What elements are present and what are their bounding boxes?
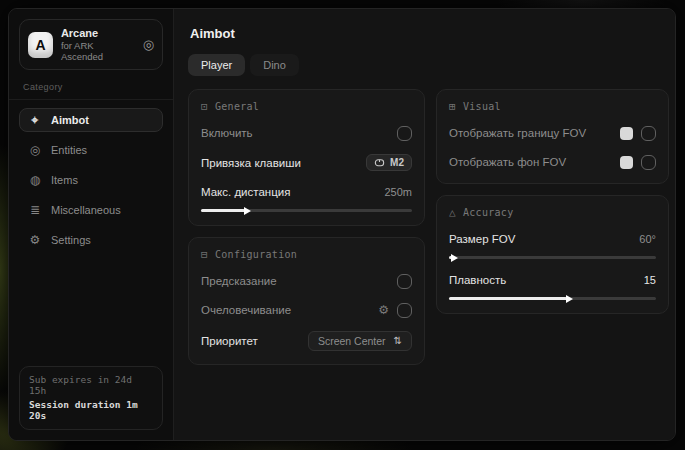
subscription-status-card: Sub expires in 24d 15h Session duration … xyxy=(19,366,163,430)
gear-icon: ⚙ xyxy=(28,234,42,246)
sidebar-item-items[interactable]: ◍ Items xyxy=(19,168,163,192)
keybind-button[interactable]: M2 xyxy=(366,154,412,171)
panel-configuration: ⊟ Configuration Предсказание Очеловечива… xyxy=(188,237,425,365)
select-arrows-icon: ⇅ xyxy=(394,336,402,346)
fov-border-checkbox[interactable] xyxy=(641,126,656,141)
sidebar-item-label: Miscellaneous xyxy=(51,204,121,216)
brand-card: A Arcane for ARK Ascended ◎ xyxy=(19,19,163,70)
row-prediction: Предсказание xyxy=(201,273,412,289)
left-column: ⊡ General Включить Привязка клавиши xyxy=(188,89,425,365)
page-title: Aimbot xyxy=(190,26,669,41)
panel-visual-header: ⊞ Visual xyxy=(449,101,656,112)
tab-dino[interactable]: Dino xyxy=(250,54,299,76)
right-column: ⊞ Visual Отображать границу FOV Отобража… xyxy=(436,89,669,314)
sidebar-divider xyxy=(9,99,173,100)
sidebar-nav: ⌖ Aimbot ◎ Entities ◍ Items ≣ Miscellane… xyxy=(19,108,163,252)
panel-general: ⊡ General Включить Привязка клавиши xyxy=(188,89,425,226)
max-distance-slider[interactable] xyxy=(201,209,412,212)
fov-background-label: Отображать фон FOV xyxy=(449,156,566,168)
brand-subtitle: for ARK Ascended xyxy=(61,40,135,62)
fov-border-color-swatch[interactable] xyxy=(620,127,633,140)
row-fov-size: Размер FOV 60° xyxy=(449,231,656,247)
priority-label: Приоритет xyxy=(201,335,258,347)
humanization-label: Очеловечивание xyxy=(201,304,291,316)
fov-background-controls xyxy=(620,155,656,170)
fov-background-checkbox[interactable] xyxy=(641,155,656,170)
fov-size-slider[interactable] xyxy=(449,256,656,259)
cube-icon: ◍ xyxy=(28,174,42,186)
panel-configuration-title: Configuration xyxy=(215,249,297,260)
panel-accuracy: △ Accuracy Размер FOV 60° Плавность xyxy=(436,195,669,314)
row-fov-background: Отображать фон FOV xyxy=(449,154,656,170)
smoothness-label: Плавность xyxy=(449,274,506,286)
fov-background-color-swatch[interactable] xyxy=(620,156,633,169)
keybind-value: M2 xyxy=(390,157,404,168)
sidebar: A Arcane for ARK Ascended ◎ Category ⌖ A… xyxy=(9,9,174,440)
sidebar-item-entities[interactable]: ◎ Entities xyxy=(19,138,163,162)
sub-expiry-text: Sub expires in 24d 15h xyxy=(29,374,153,396)
fov-size-slider-handle[interactable] xyxy=(451,254,458,262)
crosshair-icon: ⌖ xyxy=(28,114,42,126)
sidebar-spacer xyxy=(19,252,163,366)
max-distance-label: Макс. дистанция xyxy=(201,186,290,198)
sidebar-item-label: Entities xyxy=(51,144,87,156)
fov-size-value: 60° xyxy=(639,233,656,245)
panel-general-header: ⊡ General xyxy=(201,101,412,112)
panel-visual-title: Visual xyxy=(463,101,501,112)
fov-size-slider-fill xyxy=(449,256,452,259)
max-distance-slider-fill xyxy=(201,209,245,212)
brand-name: Arcane xyxy=(61,27,135,39)
row-max-distance: Макс. дистанция 250m xyxy=(201,184,412,200)
row-humanization: Очеловечивание ⚙ xyxy=(201,302,412,318)
row-fov-border: Отображать границу FOV xyxy=(449,125,656,141)
main-content: Aimbot Player Dino ⊡ General Включить xyxy=(174,9,676,440)
row-enable: Включить xyxy=(201,125,412,141)
panel-accuracy-header: △ Accuracy xyxy=(449,207,656,218)
sidebar-item-label: Aimbot xyxy=(51,114,89,126)
radar-icon: ◎ xyxy=(28,144,42,156)
smoothness-slider-handle[interactable] xyxy=(566,295,573,303)
fov-size-label: Размер FOV xyxy=(449,233,515,245)
enable-checkbox[interactable] xyxy=(397,126,412,141)
brand-logo: A xyxy=(28,32,53,58)
row-priority: Приоритет Screen Center ⇅ xyxy=(201,331,412,351)
target-icon[interactable]: ◎ xyxy=(143,38,154,51)
humanization-settings-icon[interactable]: ⚙ xyxy=(378,304,389,316)
keybind-label: Привязка клавиши xyxy=(201,157,301,169)
general-icon: ⊡ xyxy=(201,101,208,112)
session-duration-text: Session duration 1m 20s xyxy=(29,399,153,421)
tab-player[interactable]: Player xyxy=(188,54,245,76)
panel-configuration-header: ⊟ Configuration xyxy=(201,249,412,260)
sidebar-item-label: Settings xyxy=(51,234,91,246)
app-window: A Arcane for ARK Ascended ◎ Category ⌖ A… xyxy=(8,8,676,441)
configuration-icon: ⊟ xyxy=(201,249,208,260)
humanization-controls: ⚙ xyxy=(378,303,412,318)
smoothness-value: 15 xyxy=(644,274,656,286)
fov-border-controls xyxy=(620,126,656,141)
sidebar-item-aimbot[interactable]: ⌖ Aimbot xyxy=(19,108,163,132)
priority-dropdown[interactable]: Screen Center ⇅ xyxy=(308,331,412,351)
panel-general-title: General xyxy=(215,101,259,112)
visual-icon: ⊞ xyxy=(449,101,456,112)
sidebar-item-settings[interactable]: ⚙ Settings xyxy=(19,228,163,252)
smoothness-slider-fill xyxy=(449,297,567,300)
category-label: Category xyxy=(23,82,159,92)
max-distance-slider-handle[interactable] xyxy=(244,207,251,215)
fov-border-label: Отображать границу FOV xyxy=(449,127,586,139)
enable-label: Включить xyxy=(201,127,253,139)
row-smoothness: Плавность 15 xyxy=(449,272,656,288)
sidebar-item-miscellaneous[interactable]: ≣ Miscellaneous xyxy=(19,198,163,222)
panel-visual: ⊞ Visual Отображать границу FOV Отобража… xyxy=(436,89,669,184)
sidebar-item-label: Items xyxy=(51,174,78,186)
humanization-checkbox[interactable] xyxy=(397,303,412,318)
max-distance-value: 250m xyxy=(384,186,412,198)
panel-accuracy-title: Accuracy xyxy=(463,207,514,218)
mouse-icon xyxy=(374,157,385,168)
brand-text: Arcane for ARK Ascended xyxy=(61,27,135,62)
row-keybind: Привязка клавиши M2 xyxy=(201,154,412,171)
priority-value: Screen Center xyxy=(318,335,386,347)
prediction-checkbox[interactable] xyxy=(397,274,412,289)
list-icon: ≣ xyxy=(28,204,42,216)
prediction-label: Предсказание xyxy=(201,275,277,287)
smoothness-slider[interactable] xyxy=(449,297,656,300)
